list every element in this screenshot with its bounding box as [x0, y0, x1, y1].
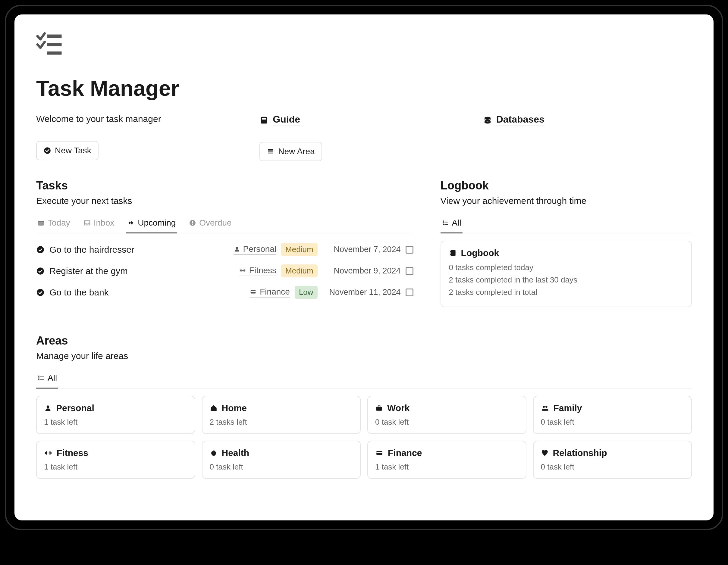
- task-title: Go to the hairdresser: [49, 245, 229, 255]
- area-card-finance[interactable]: Finance 1 task left: [367, 441, 526, 479]
- logbook-heading: Logbook: [441, 179, 692, 192]
- svg-point-30: [443, 222, 444, 224]
- inbox-icon: [83, 219, 91, 227]
- svg-point-17: [37, 246, 44, 253]
- svg-point-44: [47, 405, 49, 408]
- stack-icon: [267, 148, 275, 155]
- svg-rect-35: [450, 251, 451, 252]
- priority-pill: Medium: [281, 243, 317, 256]
- list-icon: [442, 219, 449, 227]
- notebook-icon: [449, 249, 457, 257]
- priority-pill: Medium: [281, 265, 317, 278]
- task-title: Go to the bank: [49, 287, 245, 297]
- check-circle-icon: [36, 267, 45, 275]
- svg-point-38: [38, 375, 39, 377]
- svg-rect-1: [47, 43, 62, 46]
- svg-point-25: [37, 289, 44, 296]
- task-list: Go to the hairdresser Personal Medium No…: [36, 239, 413, 303]
- svg-point-28: [443, 221, 444, 222]
- task-area-fitness[interactable]: Fitness: [239, 266, 276, 276]
- tablet-frame: Task Manager Welcome to your task manage…: [6, 6, 722, 529]
- task-area-finance[interactable]: Finance: [249, 287, 290, 297]
- task-row[interactable]: Go to the hairdresser Personal Medium No…: [36, 239, 413, 260]
- heart-icon: [541, 449, 549, 457]
- new-area-button[interactable]: New Area: [259, 142, 322, 161]
- svg-rect-50: [51, 452, 52, 454]
- check-circle-icon: [36, 288, 45, 296]
- area-card-health[interactable]: Health 0 task left: [202, 441, 361, 479]
- task-area-personal[interactable]: Personal: [234, 244, 277, 255]
- area-card-home[interactable]: Home 2 tasks left: [202, 396, 361, 434]
- svg-rect-16: [192, 224, 193, 225]
- checklist-icon: [36, 31, 63, 58]
- svg-point-3: [44, 147, 51, 154]
- home-icon: [210, 404, 218, 412]
- svg-rect-20: [240, 270, 241, 272]
- app-logo: [36, 31, 692, 59]
- svg-rect-27: [251, 291, 256, 292]
- tab-all[interactable]: All: [441, 215, 463, 234]
- new-task-button[interactable]: New Task: [36, 141, 99, 160]
- areas-heading: Areas: [36, 334, 692, 347]
- tasks-heading: Tasks: [36, 179, 413, 192]
- area-card-personal[interactable]: Personal 1 task left: [36, 396, 195, 434]
- svg-point-32: [443, 224, 444, 225]
- apple-icon: [210, 449, 218, 457]
- logbook-subheading: View your achievement through time: [441, 196, 692, 206]
- task-checkbox[interactable]: [406, 288, 413, 296]
- svg-rect-22: [240, 269, 241, 272]
- svg-rect-51: [46, 451, 47, 455]
- svg-rect-6: [262, 119, 266, 120]
- app-screen: Task Manager Welcome to your task manage…: [14, 14, 714, 520]
- tab-inbox[interactable]: Inbox: [82, 215, 116, 234]
- tab-overdue[interactable]: Overdue: [188, 215, 233, 234]
- svg-point-40: [38, 377, 39, 378]
- logbook-card[interactable]: Logbook 0 tasks completed today 2 tasks …: [441, 241, 692, 307]
- header-row: Welcome to your task manager New Task Gu…: [36, 114, 692, 161]
- priority-pill: Low: [295, 286, 318, 299]
- databases-link[interactable]: Databases: [483, 114, 692, 126]
- svg-rect-8: [268, 151, 273, 152]
- task-checkbox[interactable]: [406, 246, 413, 254]
- svg-rect-13: [38, 221, 44, 222]
- svg-rect-7: [268, 149, 273, 150]
- svg-rect-21: [244, 270, 245, 272]
- svg-rect-31: [444, 223, 448, 223]
- logbook-line: 2 tasks completed in the last 30 days: [449, 275, 683, 284]
- new-task-label: New Task: [55, 146, 91, 155]
- area-card-work[interactable]: Work 0 task left: [367, 396, 526, 434]
- tab-all[interactable]: All: [36, 369, 58, 388]
- card-icon: [249, 288, 257, 295]
- logbook-tabs: All: [441, 215, 692, 234]
- area-card-fitness[interactable]: Fitness 1 task left: [36, 441, 195, 479]
- areas-grid: Personal 1 task left Home 2 tasks left W…: [36, 396, 692, 479]
- svg-rect-36: [450, 253, 451, 253]
- check-circle-icon: [36, 246, 45, 254]
- new-area-label: New Area: [278, 147, 315, 156]
- area-card-relationship[interactable]: Relationship 0 task left: [533, 441, 692, 479]
- book-icon: [259, 116, 268, 125]
- task-row[interactable]: Go to the bank Finance Low November 11, …: [36, 282, 413, 303]
- welcome-text: Welcome to your task manager: [36, 114, 245, 124]
- svg-rect-46: [378, 406, 380, 407]
- svg-rect-15: [192, 221, 193, 224]
- svg-rect-5: [262, 118, 266, 119]
- svg-rect-41: [40, 378, 44, 378]
- tab-upcoming[interactable]: Upcoming: [126, 215, 177, 234]
- svg-rect-53: [47, 453, 50, 453]
- fast-forward-icon: [127, 219, 135, 227]
- main-row: Tasks Execute your next tasks Today Inbo…: [36, 179, 692, 307]
- svg-rect-33: [444, 225, 448, 225]
- logbook-card-title: Logbook: [461, 248, 499, 258]
- svg-rect-55: [376, 452, 382, 453]
- task-date: November 11, 2024: [322, 287, 401, 297]
- area-card-family[interactable]: Family 0 task left: [533, 396, 692, 434]
- tasks-tabs: Today Inbox Upcoming Overdue: [36, 215, 413, 234]
- task-checkbox[interactable]: [406, 267, 413, 275]
- tab-today[interactable]: Today: [36, 215, 71, 234]
- areas-section: Areas Manage your life areas All Persona…: [36, 334, 692, 479]
- task-date: November 7, 2024: [322, 245, 401, 254]
- task-row[interactable]: Register at the gym Fitness Medium Novem…: [36, 260, 413, 282]
- guide-link[interactable]: Guide: [259, 114, 468, 126]
- svg-point-42: [38, 379, 39, 380]
